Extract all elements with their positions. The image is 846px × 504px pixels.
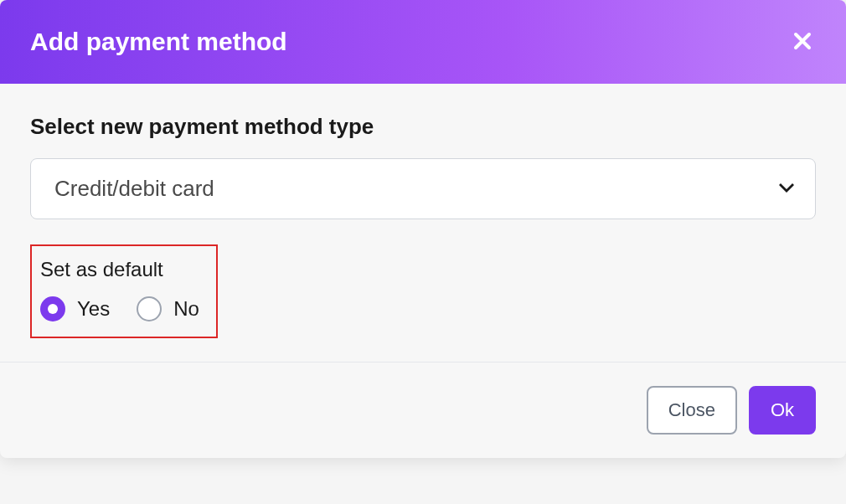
set-default-section: Set as default Yes No	[30, 244, 218, 338]
set-default-label: Set as default	[40, 258, 199, 281]
radio-option-yes[interactable]: Yes	[40, 296, 110, 321]
radio-icon-selected	[40, 296, 65, 321]
modal-header: Add payment method	[0, 0, 846, 84]
add-payment-modal: Add payment method Select new payment me…	[0, 0, 846, 458]
radio-icon-unselected	[137, 296, 162, 321]
modal-body: Select new payment method type Credit/de…	[0, 84, 846, 362]
set-default-radio-group: Yes No	[40, 296, 199, 321]
radio-label-yes: Yes	[77, 297, 110, 321]
close-icon[interactable]	[789, 25, 816, 59]
modal-title: Add payment method	[30, 28, 287, 56]
payment-type-select-wrapper: Credit/debit card	[30, 158, 816, 219]
close-button[interactable]: Close	[647, 386, 737, 435]
radio-label-no: No	[173, 297, 199, 321]
payment-type-label: Select new payment method type	[30, 114, 816, 140]
radio-option-no[interactable]: No	[137, 296, 199, 321]
payment-type-select[interactable]: Credit/debit card	[30, 158, 816, 219]
ok-button[interactable]: Ok	[749, 386, 816, 435]
modal-footer: Close Ok	[0, 362, 846, 458]
